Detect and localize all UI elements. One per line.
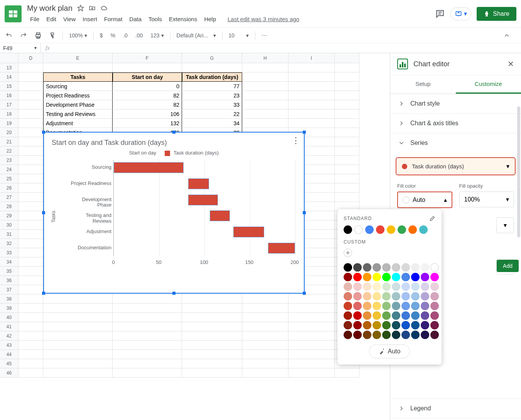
cell-duration[interactable]: 34 <box>182 119 242 128</box>
color-swatch[interactable] <box>344 292 352 301</box>
share-button[interactable]: Share <box>477 7 516 21</box>
color-swatch[interactable] <box>382 273 391 281</box>
color-swatch[interactable] <box>430 263 439 272</box>
resize-handle[interactable] <box>303 211 306 214</box>
cell[interactable] <box>43 294 113 304</box>
row-header[interactable]: 19 <box>0 119 19 128</box>
cell[interactable] <box>113 304 182 313</box>
menu-format[interactable]: Format <box>101 14 126 24</box>
cell[interactable] <box>19 156 43 165</box>
cell[interactable] <box>335 146 359 156</box>
table-header[interactable]: Tasks <box>43 72 113 82</box>
color-swatch[interactable] <box>421 263 429 272</box>
cell[interactable] <box>288 304 335 313</box>
cell[interactable] <box>43 304 113 313</box>
embedded-chart[interactable]: ⋮ Start on day and Task duration (days) … <box>43 132 305 294</box>
cell-duration[interactable]: 23 <box>182 91 242 100</box>
cell[interactable] <box>113 331 182 341</box>
cell[interactable] <box>19 368 43 378</box>
column-header[interactable]: H <box>242 53 288 63</box>
color-swatch[interactable] <box>382 311 391 320</box>
cell[interactable] <box>242 368 288 378</box>
column-header[interactable]: F <box>113 53 182 63</box>
column-header[interactable]: E <box>43 53 113 63</box>
color-swatch[interactable] <box>344 263 352 272</box>
print-icon[interactable] <box>33 30 43 40</box>
color-swatch[interactable] <box>430 302 439 310</box>
cell[interactable] <box>288 322 335 331</box>
cell[interactable] <box>43 350 113 359</box>
color-swatch[interactable] <box>365 225 374 234</box>
tab-setup[interactable]: Setup <box>390 75 456 94</box>
color-swatch[interactable] <box>392 282 400 291</box>
chart-bar[interactable] <box>114 162 184 173</box>
row-header[interactable]: 14 <box>0 72 19 82</box>
row-header[interactable]: 26 <box>0 183 19 193</box>
color-swatch[interactable] <box>363 263 371 272</box>
cell[interactable] <box>43 331 113 341</box>
row-header[interactable]: 37 <box>0 285 19 294</box>
row-header[interactable]: 38 <box>0 294 19 304</box>
more-toolbar-icon[interactable]: ⋯ <box>260 31 268 40</box>
row-header[interactable]: 28 <box>0 202 19 211</box>
color-swatch[interactable] <box>363 273 371 281</box>
color-swatch[interactable] <box>376 225 384 234</box>
spreadsheet-area[interactable]: DEFGHI1314TasksStart on dayTask duration… <box>0 53 390 420</box>
color-swatch[interactable] <box>411 302 420 310</box>
color-swatch[interactable] <box>401 282 410 291</box>
color-swatch[interactable] <box>392 311 400 320</box>
cell[interactable] <box>182 294 242 304</box>
cell[interactable] <box>19 109 43 119</box>
cell[interactable] <box>19 294 43 304</box>
cell[interactable] <box>19 82 43 91</box>
color-swatch[interactable] <box>421 282 429 291</box>
cell[interactable] <box>19 257 43 267</box>
color-swatch[interactable] <box>382 302 391 310</box>
row-header[interactable]: 32 <box>0 239 19 248</box>
color-swatch[interactable] <box>344 302 352 310</box>
cell[interactable] <box>113 341 182 350</box>
color-swatch[interactable] <box>421 311 429 320</box>
cell[interactable] <box>113 322 182 331</box>
row-header[interactable]: 23 <box>0 156 19 165</box>
color-swatch[interactable] <box>344 225 352 234</box>
color-swatch[interactable] <box>392 263 400 272</box>
color-swatch[interactable] <box>373 331 381 339</box>
color-swatch[interactable] <box>353 331 362 339</box>
cell[interactable] <box>19 359 43 368</box>
color-swatch[interactable] <box>392 273 400 281</box>
section-series[interactable]: Series <box>390 133 521 153</box>
color-swatch[interactable] <box>398 225 406 234</box>
cell[interactable] <box>242 331 288 341</box>
chart-bar[interactable] <box>188 195 218 205</box>
edit-icon[interactable] <box>429 215 435 222</box>
cell[interactable] <box>43 341 113 350</box>
color-swatch[interactable] <box>363 292 371 301</box>
color-swatch[interactable] <box>353 292 362 301</box>
cloud-status-icon[interactable] <box>100 5 108 12</box>
color-swatch[interactable] <box>421 302 429 310</box>
star-icon[interactable] <box>77 5 84 12</box>
cell[interactable] <box>182 304 242 313</box>
cell[interactable] <box>335 137 359 146</box>
color-swatch[interactable] <box>382 292 391 301</box>
menu-file[interactable]: File <box>27 14 42 24</box>
name-box[interactable]: F49▼ <box>0 43 41 53</box>
color-swatch[interactable] <box>421 321 429 329</box>
present-button[interactable]: ▾ <box>450 7 471 20</box>
cell[interactable] <box>19 193 43 202</box>
cell[interactable] <box>242 341 288 350</box>
cell[interactable] <box>335 183 359 193</box>
cell[interactable] <box>335 174 359 183</box>
color-swatch[interactable] <box>363 302 371 310</box>
move-folder-icon[interactable] <box>89 5 96 12</box>
series-selector[interactable]: Task duration (days) ▾ <box>396 157 516 175</box>
sheets-logo-icon[interactable] <box>5 5 22 22</box>
row-header[interactable]: 35 <box>0 267 19 276</box>
color-swatch[interactable] <box>373 292 381 301</box>
color-swatch[interactable] <box>411 331 420 339</box>
column-header[interactable]: G <box>182 53 242 63</box>
undo-icon[interactable] <box>4 30 14 40</box>
cell-duration[interactable]: 77 <box>182 82 242 91</box>
cell[interactable] <box>242 304 288 313</box>
